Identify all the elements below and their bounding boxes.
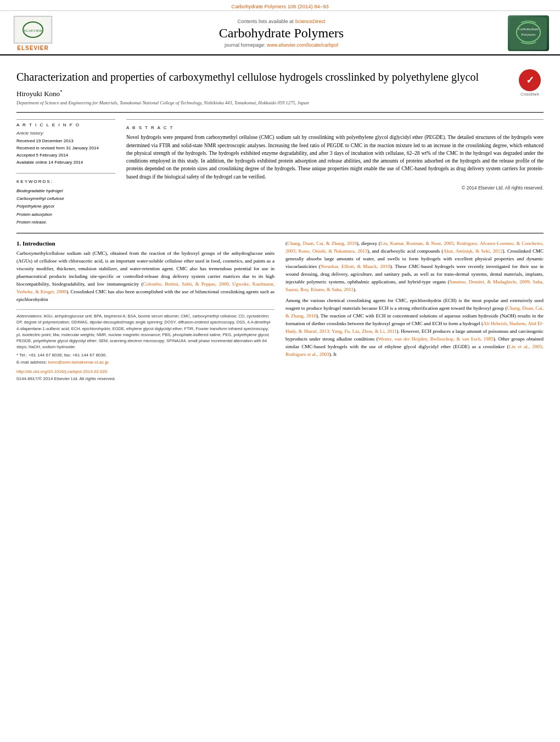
crossmark-icon: ✓ [519, 69, 541, 91]
keyword-5: Protein release. [16, 219, 115, 226]
abbreviations-note: Abbreviations: AGU, anhydroglucose unit;… [16, 313, 275, 350]
footnote-area: Abbreviations: AGU, anhydroglucose unit;… [16, 309, 275, 381]
article-info-section: A R T I C L E I N F O Article history: R… [16, 119, 115, 166]
revised-date: Received in revised form 31 January 2014 [16, 145, 115, 152]
journal-top-bar: Carbohydrate Polymers 106 (2014) 84–93 [0, 0, 560, 11]
issn-text: 0144-8617/© 2014 Elsevier Ltd. All right… [16, 376, 116, 381]
author-email-link[interactable]: kono@sem.tamakomai-ct.ac.jp [48, 360, 109, 365]
article-title-text: Characterization and properties of carbo… [16, 69, 508, 107]
article-affiliation: Department of Science and Engineering fo… [16, 100, 508, 105]
article-dates: Received 19 December 2013 Received in re… [16, 138, 115, 166]
history-label: Article history: [16, 131, 115, 136]
svg-text:Carbohydrate: Carbohydrate [518, 27, 539, 31]
abstract-col: A B S T R A C T Novel hydrogels were pre… [126, 119, 544, 226]
article-main-title: Characterization and properties of carbo… [16, 69, 508, 85]
article-info-header: A R T I C L E I N F O [16, 120, 115, 127]
abstract-section: A B S T R A C T Novel hydrogels were pre… [126, 119, 544, 191]
copyright-line: © 2014 Elsevier Ltd. All rights reserved… [126, 185, 544, 191]
elsevier-logo: ELSEVIER ELSEVIER [11, 16, 55, 51]
journal-center: Contents lists available at ScienceDirec… [55, 19, 508, 48]
keyword-2: Carboxymethyl cellulose [16, 195, 115, 203]
abstract-header: A B S T R A C T [126, 122, 544, 130]
keyword-4: Protein adsorption [16, 211, 115, 219]
keyword-3: Polyethylene glycol [16, 203, 115, 210]
journal-citation-link[interactable]: Carbohydrate Polymers 106 (2014) 84–93 [231, 3, 328, 9]
journal-logo-right: Carbohydrate Polymers [508, 15, 549, 51]
online-date: Available online 14 February 2014 [16, 159, 115, 166]
crossmark-logo: ✓ CrossMark [516, 69, 544, 96]
intro-paragraph-3: Among the various chemical crosslinking … [285, 297, 544, 359]
abstract-text: Novel hydrogels were prepared from carbo… [126, 133, 544, 181]
journal-header: ELSEVIER ELSEVIER Contents lists availab… [0, 11, 560, 55]
article-info-col: A R T I C L E I N F O Article history: R… [16, 119, 115, 226]
keywords-section: Keywords: Biodegradable hydrogel Carboxy… [16, 173, 115, 227]
article-title-section: Characterization and properties of carbo… [16, 61, 544, 113]
email-info: E-mail address: kono@sem.tamakomai-ct.ac… [16, 360, 275, 365]
doi-link[interactable]: http://dx.doi.org/10.1016/j.carbpol.2014… [16, 369, 107, 374]
elsevier-label: ELSEVIER [17, 45, 48, 51]
body-left-col: 1. Introduction Carboxymethylcellulose s… [16, 240, 275, 381]
article-author: Hiroyuki Kono* [16, 89, 508, 98]
accepted-date: Accepted 5 February 2014 [16, 152, 115, 159]
body-content: 1. Introduction Carboxymethylcellulose s… [16, 240, 544, 381]
journal-homepage: journal homepage: www.elsevier.com/locat… [66, 42, 497, 48]
crossmark-label: CrossMark [520, 92, 539, 96]
keyword-1: Biodegradable hydrogel [16, 187, 115, 195]
journal-title-header: Carbohydrate Polymers [66, 26, 497, 41]
article-content: Characterization and properties of carbo… [0, 55, 560, 387]
sciencedirect-link[interactable]: ScienceDirect [295, 19, 326, 24]
amount-word: amount [467, 328, 481, 334]
intro-section-title: 1. Introduction [16, 240, 275, 247]
svg-text:ELSEVIER: ELSEVIER [24, 29, 42, 33]
page: Carbohydrate Polymers 106 (2014) 84–93 E… [0, 0, 560, 742]
section-divider [16, 233, 544, 233]
sciencedirect-label: Contents lists available at ScienceDirec… [66, 19, 497, 24]
body-right-col: (Chang, Duan, Cai, & Zhang, 2010), diepo… [285, 240, 544, 381]
intro-paragraph-1: Carboxymethylcellulose sodium salt (CMC)… [16, 250, 275, 304]
received-date: Received 19 December 2013 [16, 138, 115, 145]
svg-text:Polymers: Polymers [522, 32, 536, 36]
contact-info: * Tel.: +81 144 67 8036; fax: +81 144 67… [16, 353, 275, 358]
intro-paragraph-2: (Chang, Duan, Cai, & Zhang, 2010), diepo… [285, 240, 544, 294]
journal-homepage-link[interactable]: www.elsevier.com/locate/carbpol [267, 42, 338, 48]
svg-text:✓: ✓ [526, 75, 534, 86]
author-asterisk: * [60, 89, 63, 94]
elsevier-logo-image: ELSEVIER [14, 16, 52, 43]
keywords-header: Keywords: [16, 176, 115, 184]
article-info-abstract: A R T I C L E I N F O Article history: R… [16, 119, 544, 226]
